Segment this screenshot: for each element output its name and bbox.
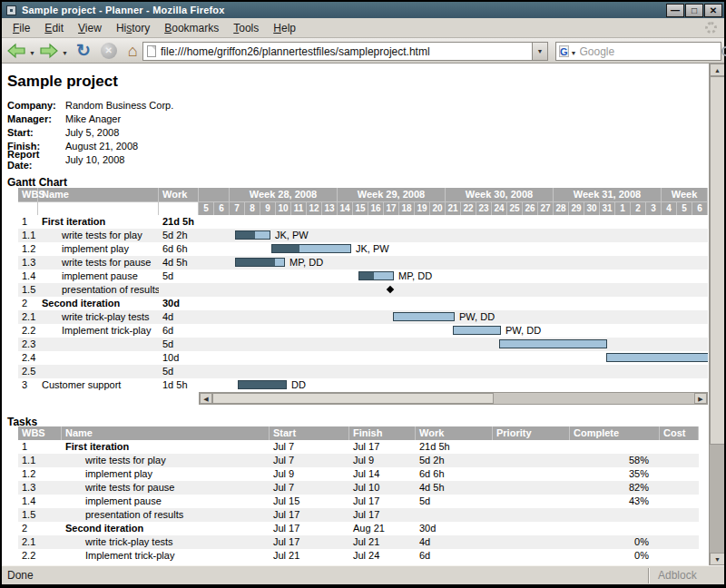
gantt-name-cell: presentation of results — [38, 283, 159, 297]
gantt-row: 2.55d — [18, 365, 708, 378]
scroll-up-icon[interactable]: ▲ — [710, 64, 724, 76]
gantt-name-cell — [38, 351, 159, 365]
gantt-horizontal-scrollbar[interactable]: ◀ ▶ — [199, 392, 708, 405]
task-priority-cell — [493, 522, 570, 535]
gantt-header-row: WBS Name Work Week 28, 2008Week 29, 2008… — [18, 188, 708, 201]
vertical-scroll-thumb[interactable] — [710, 76, 724, 445]
day-header-cell: 12 — [307, 201, 322, 215]
menu-item-view[interactable]: View — [71, 19, 109, 37]
task-cost-cell — [660, 495, 699, 508]
adblock-button[interactable]: Adblock — [648, 568, 721, 583]
window-title: Sample project - Planner - Mozilla Firef… — [22, 5, 666, 15]
task-row: 1.3write tests for pauseJul 7Jul 104d 5h… — [18, 481, 699, 495]
task-complete-cell — [570, 440, 660, 454]
url-history-dropdown[interactable]: ▼ — [533, 42, 548, 61]
task-row: 1.2implement playJul 9Jul 146d 6h35% — [18, 467, 699, 481]
back-dropdown-icon[interactable]: ▼ — [29, 50, 35, 56]
task-name-cell: write tests for play — [62, 454, 270, 467]
gantt-name-cell: write tests for pause — [38, 256, 159, 270]
stop-button[interactable]: ✕ — [101, 43, 117, 59]
menu-item-bookmarks[interactable]: Bookmarks — [157, 19, 226, 37]
task-name-cell: write trick-play tests — [62, 535, 270, 549]
scroll-left-icon[interactable]: ◀ — [200, 393, 212, 404]
day-header-cell: 3 — [646, 201, 662, 215]
minimize-button[interactable]: — — [666, 4, 684, 17]
gantt-timeline-cell — [199, 283, 708, 297]
task-work-cell: 30d — [416, 522, 493, 535]
day-header-cell: 2 — [631, 201, 646, 215]
info-value: July 5, 2008 — [65, 127, 119, 138]
scroll-right-icon[interactable]: ▶ — [694, 393, 707, 404]
gantt-wbs-cell: 1.4 — [18, 270, 38, 283]
task-complete-cell: 0% — [570, 535, 660, 549]
maximize-button[interactable]: □ — [685, 4, 703, 17]
gantt-row: 1.3write tests for pause4d 5hMP, DD — [18, 256, 708, 270]
task-cost-cell — [660, 549, 699, 563]
gantt-timeline-cell — [199, 338, 708, 351]
task-finish-cell: Jul 14 — [349, 467, 416, 481]
day-header-cell: 4 — [662, 201, 677, 215]
forward-button[interactable] — [39, 43, 59, 59]
gantt-bar — [358, 271, 394, 280]
task-name-cell: Implement trick-play — [62, 549, 270, 563]
tasks-col-complete: Complete — [570, 426, 660, 440]
gantt-bar-resources: DD — [291, 379, 306, 390]
day-header-cell: 30 — [584, 201, 600, 215]
url-bar[interactable] — [142, 42, 533, 61]
menu-item-history[interactable]: History — [109, 19, 157, 37]
reload-button[interactable]: ↻ — [76, 42, 91, 60]
gantt-work-cell: 4d — [159, 310, 199, 324]
task-cost-cell — [660, 481, 699, 495]
window-menu-icon[interactable] — [6, 5, 16, 15]
scroll-down-icon[interactable]: ▼ — [710, 553, 724, 565]
gantt-timeline-cell: MP, DD — [199, 270, 708, 283]
menu-item-file[interactable]: File — [5, 19, 37, 37]
forward-dropdown-icon[interactable]: ▼ — [62, 50, 68, 56]
gantt-bar-resources: MP, DD — [289, 257, 323, 268]
task-row: 1.5presentation of resultsJul 17Jul 17 — [18, 508, 699, 522]
info-row: Manager:Mike Anager — [7, 112, 173, 125]
task-work-cell: 4d 5h — [416, 481, 493, 495]
tasks-col-start: Start — [270, 426, 349, 440]
task-row: 1First iterationJul 7Jul 1721d 5h — [18, 440, 699, 454]
gantt-bar — [238, 380, 287, 389]
status-text: Done — [2, 569, 648, 582]
menu-item-tools[interactable]: Tools — [226, 19, 266, 37]
back-button[interactable] — [6, 43, 26, 59]
task-complete-cell — [570, 508, 660, 522]
tasks-col-name: Name — [62, 426, 270, 440]
gantt-timeline-cell: PW, DD — [199, 310, 708, 324]
gantt-wbs-cell: 1.2 — [18, 242, 38, 256]
statusbar: Done Adblock — [2, 565, 724, 584]
task-name-cell: presentation of results — [62, 508, 270, 522]
gantt-name-cell: Second iteration — [38, 297, 159, 310]
task-priority-cell — [493, 549, 570, 563]
url-input[interactable] — [161, 44, 532, 59]
vertical-scrollbar[interactable]: ▲ ▼ — [709, 64, 724, 565]
day-header-cell: 18 — [399, 201, 415, 215]
menu-item-help[interactable]: Help — [266, 19, 303, 37]
task-wbs-cell: 2.1 — [18, 535, 62, 549]
task-name-cell: implement play — [62, 467, 270, 481]
gantt-wbs-cell: 3 — [18, 378, 38, 392]
titlebar[interactable]: Sample project - Planner - Mozilla Firef… — [2, 2, 724, 18]
search-input[interactable] — [580, 44, 721, 59]
search-engine-dropdown-icon[interactable]: ▼ — [571, 50, 577, 56]
gantt-day-cells: 5678910111213141516171819202122232425262… — [199, 201, 708, 215]
task-start-cell: Jul 21 — [270, 549, 349, 563]
home-button[interactable]: ⌂ — [128, 43, 138, 59]
week-header-cell — [199, 188, 230, 201]
google-engine-icon[interactable]: G — [559, 45, 569, 57]
tasks-header-row: WBSNameStartFinishWorkPriorityCompleteCo… — [18, 426, 699, 440]
horizontal-scroll-thumb[interactable] — [212, 393, 494, 404]
task-name-cell: write tests for pause — [62, 481, 270, 495]
close-button[interactable]: ✕ — [704, 4, 722, 17]
menu-item-edit[interactable]: Edit — [37, 19, 71, 37]
gantt-timeline-cell: JK, PW — [199, 242, 708, 256]
gantt-work-cell: 10d — [159, 351, 199, 365]
gantt-row: 2.2Implement trick-play6dPW, DD — [18, 324, 708, 338]
gantt-work-cell: 5d — [159, 365, 199, 378]
day-header-cell: 24 — [492, 201, 507, 215]
search-bar[interactable]: G ▼ — [555, 42, 721, 61]
task-wbs-cell: 1 — [18, 440, 62, 454]
